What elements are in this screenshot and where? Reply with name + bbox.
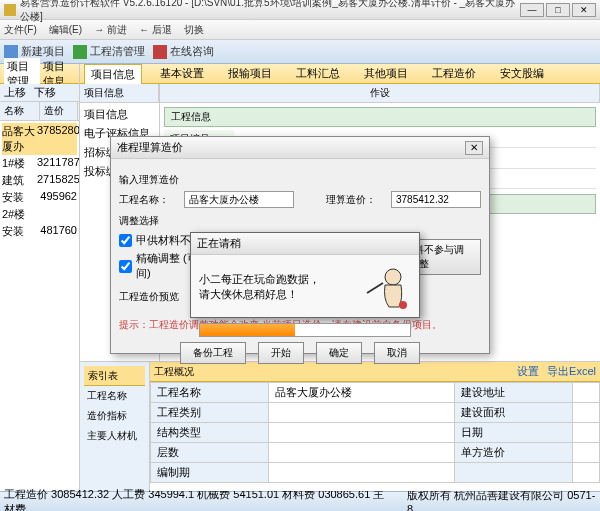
tab-material[interactable]: 工料汇总	[290, 64, 346, 83]
ok-button[interactable]: 确定	[316, 342, 362, 364]
window-titlebar: 易客营算造价计检软件 V5.2.6.16120 - [D:\SVN\01.批算5…	[0, 0, 600, 20]
online-icon	[153, 45, 167, 59]
progress-text: 小二每正在玩命跑数据， 请大侠休息稍好息！	[199, 272, 347, 302]
svg-line-1	[367, 283, 383, 293]
cancel-button[interactable]: 取消	[374, 342, 420, 364]
check-supplier[interactable]	[119, 234, 132, 247]
minimize-button[interactable]: —	[520, 3, 544, 17]
side-item[interactable]: 项目信息	[82, 105, 157, 124]
left-tabs: 项目管理 项目信息	[0, 64, 79, 84]
new-project-icon	[4, 45, 18, 59]
project-tree-panel: 项目管理 项目信息 上移 下移 名称 造价 品客大厦办3785280 1#楼32…	[0, 64, 80, 491]
dialog-close-icon[interactable]: ✕	[465, 141, 483, 155]
bottom-panel: 索引表 工程名称 造价指标 主要人材机 工程概况 设置 导出Excel 工程名称…	[80, 361, 600, 491]
backup-button[interactable]: 备份工程	[180, 342, 246, 364]
tab-cost[interactable]: 工程造价	[426, 64, 482, 83]
tree-list[interactable]: 品客大厦办3785280 1#楼3211787 建筑2715825 安装4959…	[0, 121, 79, 491]
manage-icon	[73, 45, 87, 59]
overview-panel: 工程概况 设置 导出Excel 工程名称品客大厦办公楼建设地址 工程类别建设面积…	[150, 362, 600, 491]
move-up[interactable]: 上移	[4, 85, 26, 100]
export-link[interactable]: 导出Excel	[547, 364, 596, 379]
status-bar: 工程造价 3085412.32 人工费 345994.1 机械费 54151.0…	[0, 491, 600, 511]
tab-bid[interactable]: 报输项目	[222, 64, 278, 83]
col-price: 造价	[40, 102, 78, 120]
progress-dialog: 正在请稍 小二每正在玩命跑数据， 请大侠休息稍好息！	[190, 232, 420, 318]
menu-back[interactable]: ← 后退	[139, 23, 172, 37]
tab-settings[interactable]: 基本设置	[154, 64, 210, 83]
window-title: 易客营算造价计检软件 V5.2.6.16120 - [D:\SVN\01.批算5…	[20, 0, 520, 24]
toolbar-manage[interactable]: 工程清管理	[73, 44, 145, 59]
maximize-button[interactable]: □	[546, 3, 570, 17]
idx-item[interactable]: 造价指标	[84, 406, 145, 426]
tab-other[interactable]: 其他项目	[358, 64, 414, 83]
svg-point-2	[399, 301, 407, 309]
project-name-input[interactable]	[184, 191, 294, 208]
content-tabs: 项目信息 基本设置 报输项目 工料汇总 其他项目 工程造价 安文股编	[80, 64, 600, 84]
menu-switch[interactable]: 切换	[184, 23, 204, 37]
status-right: 版权所有 杭州品善建设有限公司 0571-8	[407, 488, 596, 511]
menu-forward[interactable]: → 前进	[94, 23, 127, 37]
tab-safety[interactable]: 安文股编	[494, 64, 550, 83]
svg-point-0	[385, 269, 401, 285]
idx-item[interactable]: 工程名称	[84, 386, 145, 406]
move-down[interactable]: 下移	[34, 85, 56, 100]
tab-info[interactable]: 项目信息	[84, 64, 142, 84]
toolbar-online[interactable]: 在线咨询	[153, 44, 214, 59]
menu-edit[interactable]: 编辑(E)	[49, 23, 82, 37]
close-button[interactable]: ✕	[572, 3, 596, 17]
tree-header: 名称 造价	[0, 102, 79, 121]
col-name: 名称	[0, 102, 40, 120]
index-panel: 索引表 工程名称 造价指标 主要人材机	[80, 362, 150, 491]
tree-toolbar: 上移 下移	[0, 84, 79, 102]
start-button[interactable]: 开始	[258, 342, 304, 364]
progress-title: 正在请稍	[197, 236, 413, 251]
idx-item[interactable]: 主要人材机	[84, 426, 145, 446]
section-project: 工程信息	[164, 107, 596, 127]
dialog-title: 准程理算造价	[117, 140, 465, 155]
progress-bar	[199, 323, 411, 337]
overview-table: 工程名称品客大厦办公楼建设地址 工程类别建设面积 结构类型日期 层数单方造价 编…	[150, 382, 600, 483]
settings-link[interactable]: 设置	[517, 364, 539, 379]
menu-file[interactable]: 文件(F)	[4, 23, 37, 37]
target-price-input[interactable]	[391, 191, 481, 208]
main-toolbar: 新建项目 工程清管理 在线咨询	[0, 40, 600, 64]
app-icon	[4, 4, 16, 16]
check-precise[interactable]	[119, 260, 132, 273]
monk-cartoon-icon	[355, 263, 411, 311]
